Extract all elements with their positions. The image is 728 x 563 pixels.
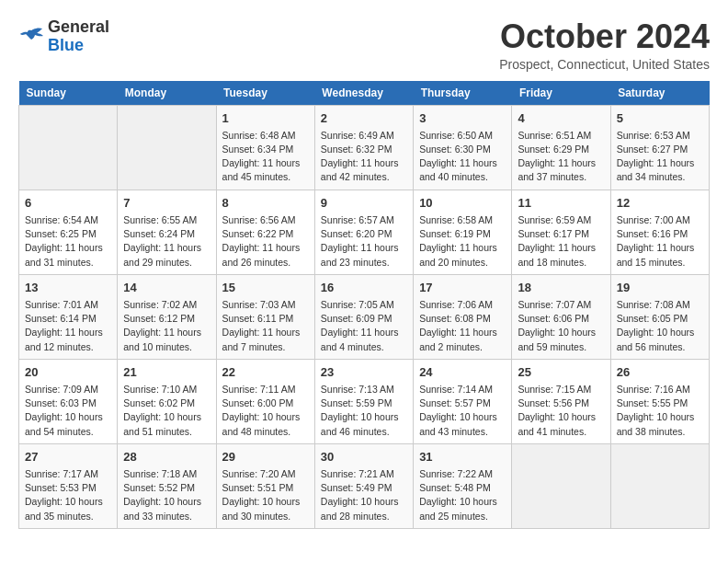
- weekday-header-row: SundayMondayTuesdayWednesdayThursdayFrid…: [19, 81, 710, 106]
- calendar-cell: 24Sunrise: 7:14 AM Sunset: 5:57 PM Dayli…: [414, 359, 512, 443]
- day-info: Sunrise: 7:16 AM Sunset: 5:55 PM Dayligh…: [617, 383, 703, 439]
- day-info: Sunrise: 6:53 AM Sunset: 6:27 PM Dayligh…: [617, 129, 703, 185]
- weekday-header-tuesday: Tuesday: [216, 81, 314, 106]
- day-info: Sunrise: 7:02 AM Sunset: 6:12 PM Dayligh…: [123, 298, 210, 354]
- title-block: October 2024 Prospect, Connecticut, Unit…: [499, 18, 710, 72]
- day-info: Sunrise: 7:22 AM Sunset: 5:48 PM Dayligh…: [419, 467, 506, 523]
- calendar-cell: 15Sunrise: 7:03 AM Sunset: 6:11 PM Dayli…: [216, 274, 314, 359]
- day-number: 14: [123, 280, 210, 296]
- day-number: 15: [222, 280, 309, 296]
- calendar-cell: 2Sunrise: 6:49 AM Sunset: 6:32 PM Daylig…: [314, 105, 413, 190]
- weekday-header-sunday: Sunday: [19, 81, 118, 106]
- calendar-cell: 8Sunrise: 6:56 AM Sunset: 6:22 PM Daylig…: [216, 190, 314, 274]
- day-info: Sunrise: 6:58 AM Sunset: 6:19 PM Dayligh…: [419, 213, 506, 270]
- day-number: 9: [321, 195, 407, 212]
- weekday-header-saturday: Saturday: [610, 81, 709, 106]
- day-number: 5: [617, 110, 703, 127]
- day-info: Sunrise: 7:21 AM Sunset: 5:49 PM Dayligh…: [321, 467, 407, 523]
- calendar-cell: 9Sunrise: 6:57 AM Sunset: 6:20 PM Daylig…: [314, 190, 413, 274]
- calendar-cell: 6Sunrise: 6:54 AM Sunset: 6:25 PM Daylig…: [19, 190, 118, 274]
- logo-bird-icon: [18, 27, 44, 47]
- calendar-cell: 22Sunrise: 7:11 AM Sunset: 6:00 PM Dayli…: [216, 359, 314, 443]
- day-number: 7: [123, 195, 210, 212]
- day-info: Sunrise: 7:17 AM Sunset: 5:53 PM Dayligh…: [25, 467, 111, 523]
- day-info: Sunrise: 7:13 AM Sunset: 5:59 PM Dayligh…: [321, 383, 407, 439]
- day-info: Sunrise: 7:10 AM Sunset: 6:02 PM Dayligh…: [123, 383, 210, 439]
- day-info: Sunrise: 7:05 AM Sunset: 6:09 PM Dayligh…: [321, 298, 407, 354]
- calendar-cell: 29Sunrise: 7:20 AM Sunset: 5:51 PM Dayli…: [216, 443, 314, 528]
- day-number: 1: [222, 110, 309, 127]
- calendar-cell: 5Sunrise: 6:53 AM Sunset: 6:27 PM Daylig…: [610, 105, 709, 190]
- day-number: 6: [25, 195, 111, 212]
- calendar-table: SundayMondayTuesdayWednesdayThursdayFrid…: [18, 81, 710, 529]
- day-number: 25: [518, 364, 604, 381]
- calendar-cell: 3Sunrise: 6:50 AM Sunset: 6:30 PM Daylig…: [414, 105, 512, 190]
- day-info: Sunrise: 7:01 AM Sunset: 6:14 PM Dayligh…: [25, 298, 111, 354]
- day-info: Sunrise: 6:54 AM Sunset: 6:25 PM Dayligh…: [25, 213, 111, 270]
- day-number: 3: [419, 110, 506, 127]
- day-info: Sunrise: 6:49 AM Sunset: 6:32 PM Dayligh…: [321, 129, 407, 185]
- day-number: 20: [25, 364, 111, 381]
- calendar-cell: [19, 105, 118, 190]
- calendar-cell: 27Sunrise: 7:17 AM Sunset: 5:53 PM Dayli…: [19, 443, 118, 528]
- day-number: 22: [222, 364, 309, 381]
- day-info: Sunrise: 6:51 AM Sunset: 6:29 PM Dayligh…: [518, 129, 604, 185]
- day-info: Sunrise: 7:18 AM Sunset: 5:52 PM Dayligh…: [123, 467, 210, 523]
- logo-text: General Blue: [48, 18, 109, 55]
- day-info: Sunrise: 6:48 AM Sunset: 6:34 PM Dayligh…: [222, 129, 309, 185]
- day-info: Sunrise: 7:03 AM Sunset: 6:11 PM Dayligh…: [222, 298, 309, 354]
- day-number: 10: [419, 195, 506, 212]
- day-number: 19: [617, 280, 703, 296]
- calendar-cell: 21Sunrise: 7:10 AM Sunset: 6:02 PM Dayli…: [118, 359, 216, 443]
- calendar-cell: 13Sunrise: 7:01 AM Sunset: 6:14 PM Dayli…: [19, 274, 118, 359]
- day-info: Sunrise: 7:14 AM Sunset: 5:57 PM Dayligh…: [419, 383, 506, 439]
- day-number: 17: [419, 280, 506, 296]
- day-number: 8: [222, 195, 309, 212]
- calendar-cell: 11Sunrise: 6:59 AM Sunset: 6:17 PM Dayli…: [512, 190, 610, 274]
- day-number: 23: [321, 364, 407, 381]
- weekday-header-thursday: Thursday: [414, 81, 512, 106]
- weekday-header-friday: Friday: [512, 81, 610, 106]
- location-text: Prospect, Connecticut, United States: [499, 57, 710, 72]
- page-header: General Blue October 2024 Prospect, Conn…: [18, 18, 710, 72]
- calendar-cell: 1Sunrise: 6:48 AM Sunset: 6:34 PM Daylig…: [216, 105, 314, 190]
- day-number: 30: [321, 449, 407, 465]
- calendar-cell: [610, 443, 709, 528]
- calendar-cell: 17Sunrise: 7:06 AM Sunset: 6:08 PM Dayli…: [414, 274, 512, 359]
- calendar-cell: 19Sunrise: 7:08 AM Sunset: 6:05 PM Dayli…: [610, 274, 709, 359]
- day-info: Sunrise: 6:57 AM Sunset: 6:20 PM Dayligh…: [321, 213, 407, 270]
- calendar-cell: 12Sunrise: 7:00 AM Sunset: 6:16 PM Dayli…: [610, 190, 709, 274]
- calendar-week-row: 6Sunrise: 6:54 AM Sunset: 6:25 PM Daylig…: [19, 190, 710, 274]
- day-info: Sunrise: 7:11 AM Sunset: 6:00 PM Dayligh…: [222, 383, 309, 439]
- day-info: Sunrise: 6:55 AM Sunset: 6:24 PM Dayligh…: [123, 213, 210, 270]
- calendar-cell: 10Sunrise: 6:58 AM Sunset: 6:19 PM Dayli…: [414, 190, 512, 274]
- day-info: Sunrise: 6:50 AM Sunset: 6:30 PM Dayligh…: [419, 129, 506, 185]
- calendar-cell: 4Sunrise: 6:51 AM Sunset: 6:29 PM Daylig…: [512, 105, 610, 190]
- calendar-week-row: 1Sunrise: 6:48 AM Sunset: 6:34 PM Daylig…: [19, 105, 710, 190]
- month-title: October 2024: [499, 18, 710, 55]
- day-number: 27: [25, 449, 111, 465]
- logo: General Blue: [18, 18, 109, 55]
- day-info: Sunrise: 7:20 AM Sunset: 5:51 PM Dayligh…: [222, 467, 309, 523]
- calendar-cell: [512, 443, 610, 528]
- day-info: Sunrise: 6:56 AM Sunset: 6:22 PM Dayligh…: [222, 213, 309, 270]
- day-number: 12: [617, 195, 703, 212]
- calendar-week-row: 27Sunrise: 7:17 AM Sunset: 5:53 PM Dayli…: [19, 443, 710, 528]
- calendar-cell: 7Sunrise: 6:55 AM Sunset: 6:24 PM Daylig…: [118, 190, 216, 274]
- day-number: 31: [419, 449, 506, 465]
- calendar-cell: 23Sunrise: 7:13 AM Sunset: 5:59 PM Dayli…: [314, 359, 413, 443]
- calendar-cell: 20Sunrise: 7:09 AM Sunset: 6:03 PM Dayli…: [19, 359, 118, 443]
- day-info: Sunrise: 6:59 AM Sunset: 6:17 PM Dayligh…: [518, 213, 604, 270]
- day-number: 13: [25, 280, 111, 296]
- calendar-cell: 18Sunrise: 7:07 AM Sunset: 6:06 PM Dayli…: [512, 274, 610, 359]
- day-number: 16: [321, 280, 407, 296]
- day-number: 18: [518, 280, 604, 296]
- day-number: 28: [123, 449, 210, 465]
- calendar-week-row: 20Sunrise: 7:09 AM Sunset: 6:03 PM Dayli…: [19, 359, 710, 443]
- day-number: 26: [617, 364, 703, 381]
- calendar-cell: [118, 105, 216, 190]
- weekday-header-monday: Monday: [118, 81, 216, 106]
- day-info: Sunrise: 7:00 AM Sunset: 6:16 PM Dayligh…: [617, 213, 703, 270]
- weekday-header-wednesday: Wednesday: [314, 81, 413, 106]
- day-number: 4: [518, 110, 604, 127]
